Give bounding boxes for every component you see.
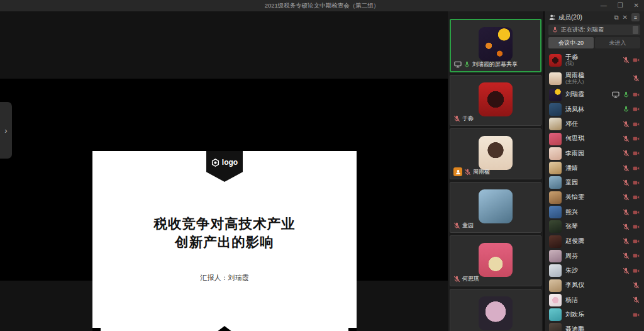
participant-avatar — [479, 243, 513, 277]
camera-off-icon[interactable] — [633, 179, 640, 186]
member-row[interactable]: 熊兴 — [549, 205, 640, 219]
member-row[interactable]: 汤凤林 — [549, 102, 640, 116]
meeting-window: 2021级税务专硕论文中期检查会（第二组） — ❐ ✕ logo 税收竞争对高技… — [0, 0, 644, 331]
mic-on-icon — [464, 61, 470, 68]
panel-close-icon[interactable]: ✕ — [623, 14, 628, 21]
member-avatar — [549, 118, 562, 130]
member-avatar — [549, 308, 562, 321]
tile-participant-name: 于淼 — [462, 115, 474, 123]
camera-off-icon[interactable] — [633, 238, 640, 245]
tile-label: 童园 — [453, 222, 474, 230]
member-avatar — [549, 191, 562, 204]
mic-on-icon[interactable] — [623, 106, 630, 113]
member-row[interactable]: 吴怡雯 — [549, 190, 640, 205]
host-badge — [453, 167, 462, 176]
member-row[interactable]: 邓任 — [549, 117, 640, 132]
speaking-bar-handle[interactable] — [633, 26, 638, 34]
member-avatar — [549, 279, 562, 292]
members-icon — [549, 14, 556, 21]
mic-muted-icon[interactable] — [633, 282, 640, 289]
tab-in-meeting[interactable]: 会议中-20 — [548, 37, 594, 48]
minimize-icon[interactable]: — — [601, 0, 607, 11]
close-icon[interactable]: ✕ — [634, 0, 639, 11]
member-name: 聂迪鹏 — [565, 326, 636, 331]
member-list[interactable]: 于淼(我)周雨楹(主持人)刘瑞霞汤凤林邓任何思琪李雨园潘婧童园吴怡雯熊兴张琴赵俊… — [545, 51, 644, 331]
speaking-label: 正在讲话: 刘瑞霞 — [561, 26, 630, 34]
mic-muted-icon[interactable] — [623, 121, 630, 128]
mic-muted-icon[interactable] — [623, 267, 630, 274]
member-avatar — [549, 323, 562, 331]
slide-title-line2: 创新产出的影响 — [92, 233, 357, 252]
expand-panel-tab[interactable]: › — [0, 102, 12, 159]
camera-off-icon[interactable] — [633, 209, 640, 216]
titlebar: 2021级税务专硕论文中期检查会（第二组） — ❐ ✕ — [0, 0, 644, 11]
maximize-icon[interactable]: ❐ — [618, 0, 623, 11]
member-row[interactable]: 周雨楹(主持人) — [549, 69, 640, 87]
mic-muted-icon[interactable] — [623, 150, 630, 157]
camera-off-icon[interactable] — [633, 91, 640, 98]
mic-muted-icon[interactable] — [633, 75, 640, 82]
popout-icon[interactable]: ⧉ — [614, 14, 618, 21]
camera-off-icon[interactable] — [633, 150, 640, 157]
member-row[interactable]: 李凤仪 — [549, 278, 640, 293]
participant-avatar — [479, 27, 513, 61]
member-row[interactable]: 张琴 — [549, 220, 640, 234]
video-tile[interactable]: 于淼 — [450, 75, 541, 126]
video-tile[interactable]: 周雨楹 — [450, 128, 541, 179]
member-row[interactable]: 周芬 — [549, 249, 640, 263]
tile-label: 周雨楹 — [453, 167, 490, 176]
video-tile[interactable]: 何思琪 — [450, 235, 541, 286]
mic-muted-icon[interactable] — [623, 223, 630, 230]
tile-label: 何思琪 — [453, 275, 479, 283]
mic-muted-icon[interactable] — [623, 57, 630, 64]
mic-muted-icon[interactable] — [623, 209, 630, 216]
camera-off-icon[interactable] — [633, 135, 640, 142]
mic-muted-icon[interactable] — [623, 135, 630, 142]
member-name: 张琴 — [565, 223, 619, 230]
camera-off-icon[interactable] — [633, 57, 640, 64]
speaking-indicator-bar: 正在讲话: 刘瑞霞 — [548, 25, 640, 35]
speaking-mic-icon — [552, 26, 558, 33]
mic-muted-icon[interactable] — [623, 179, 630, 186]
member-row[interactable]: 聂迪鹏 — [549, 322, 640, 331]
member-name: 李凤仪 — [565, 282, 629, 289]
mic-muted-icon[interactable] — [623, 252, 630, 259]
slide-bottom-triangle — [204, 326, 245, 331]
camera-off-icon[interactable] — [633, 311, 640, 318]
member-name: 童园 — [565, 179, 619, 186]
camera-off-icon[interactable] — [633, 223, 640, 230]
camera-off-icon[interactable] — [633, 194, 640, 201]
member-row[interactable]: 李雨园 — [549, 146, 640, 160]
member-avatar — [549, 133, 562, 145]
member-name: 汤凤林 — [565, 106, 619, 113]
slide-logo-banner: logo — [206, 151, 243, 182]
member-row[interactable]: 朱沙 — [549, 264, 640, 278]
member-row[interactable]: 刘欢乐 — [549, 307, 640, 322]
mic-on-icon[interactable] — [623, 91, 630, 98]
member-row[interactable]: 潘婧 — [549, 160, 640, 175]
logo-text: logo — [222, 158, 238, 167]
camera-off-icon[interactable] — [633, 106, 640, 113]
member-row[interactable]: 赵俊腾 — [549, 234, 640, 249]
video-tile[interactable]: 童园 — [450, 182, 541, 233]
member-row[interactable]: 于淼(我) — [549, 51, 640, 69]
member-avatar — [549, 250, 562, 262]
participant-avatar — [479, 296, 513, 330]
panel-menu-icon[interactable]: ≡ — [631, 13, 640, 21]
mic-muted-icon[interactable] — [623, 238, 630, 245]
camera-off-icon[interactable] — [633, 252, 640, 259]
member-row[interactable]: 杨洁 — [549, 293, 640, 307]
mic-muted-icon[interactable] — [623, 194, 630, 201]
member-row[interactable]: 童园 — [549, 176, 640, 190]
camera-off-icon[interactable] — [633, 165, 640, 172]
member-row[interactable]: 何思琪 — [549, 132, 640, 146]
mic-muted-icon — [464, 169, 471, 176]
video-tile[interactable]: 刘瑞霞的屏幕共享 — [450, 19, 541, 72]
camera-off-icon[interactable] — [633, 121, 640, 128]
tab-not-joined[interactable]: 未进入 — [595, 37, 640, 48]
camera-off-icon[interactable] — [633, 267, 640, 274]
mic-muted-icon[interactable] — [633, 296, 640, 303]
mic-muted-icon[interactable] — [623, 165, 630, 172]
member-row[interactable]: 刘瑞霞 — [549, 87, 640, 102]
video-tile[interactable] — [450, 289, 541, 331]
